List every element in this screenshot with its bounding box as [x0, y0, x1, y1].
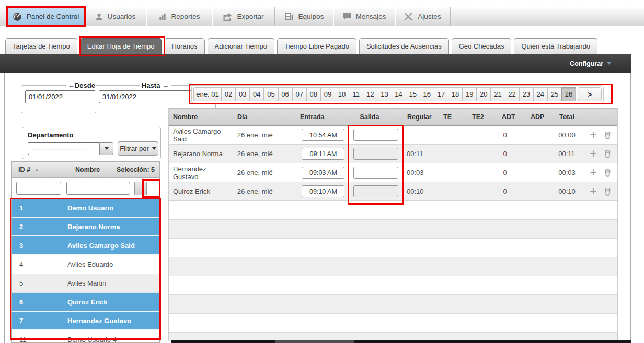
- tab-horarios[interactable]: Horarios: [164, 38, 204, 54]
- employee-row-3[interactable]: 3Aviles Camargo Said: [12, 236, 159, 255]
- day-button-10[interactable]: 10: [335, 87, 349, 101]
- employee-row-5[interactable]: 5Aviles Martin: [12, 274, 159, 293]
- day-button-03[interactable]: 03: [235, 87, 250, 101]
- day-button-04[interactable]: 04: [249, 87, 264, 101]
- column-header-te: TE: [442, 113, 471, 121]
- day-button-16[interactable]: 16: [420, 87, 434, 101]
- day-button-15[interactable]: 15: [406, 87, 420, 101]
- tab-geo-checadas[interactable]: Geo Checadas: [452, 38, 512, 54]
- day-button-19[interactable]: 19: [462, 87, 477, 101]
- day-button-09[interactable]: 09: [320, 87, 335, 101]
- tab-qui-n-est-trabajando[interactable]: Quién está Trabajando: [514, 38, 597, 54]
- department-input[interactable]: [28, 142, 99, 155]
- next-day-button[interactable]: >: [578, 87, 602, 101]
- day-button-06[interactable]: 06: [278, 87, 293, 101]
- empty-row: [169, 333, 617, 341]
- tools-icon: [404, 13, 413, 21]
- cell-salida: [345, 167, 402, 179]
- configure-label: Configurar: [570, 60, 603, 67]
- day-button-20[interactable]: 20: [476, 87, 491, 101]
- filter-by-button[interactable]: Filtrar por: [118, 141, 158, 156]
- nav-item-mensajes[interactable]: Mensajes: [334, 7, 395, 26]
- entrada-input[interactable]: [302, 185, 344, 197]
- day-button-21[interactable]: 21: [490, 87, 505, 101]
- nav-item-reportes[interactable]: Reportes: [146, 7, 212, 26]
- trash-icon[interactable]: [604, 131, 612, 139]
- salida-input[interactable]: [353, 148, 398, 160]
- day-button-26[interactable]: 26: [561, 87, 576, 101]
- top-navigation: Panel de ControlUsuariosReportesExportar…: [0, 7, 644, 26]
- employee-row-6[interactable]: 6Quiroz Erick: [12, 293, 159, 312]
- salida-input[interactable]: [353, 129, 398, 141]
- nav-item-label: Equipos: [298, 13, 324, 20]
- day-button-14[interactable]: 14: [392, 87, 406, 101]
- cell-nombre: Bejarano Norma: [169, 150, 233, 158]
- id-column-header[interactable]: ID #: [12, 166, 30, 173]
- nav-item-ajustes[interactable]: Ajustes: [395, 7, 451, 26]
- day-button-12[interactable]: 12: [363, 87, 377, 101]
- cell-entrada: [295, 129, 345, 141]
- day-selector-strip: ene. 01020304050607080910111213141516171…: [191, 85, 604, 103]
- row-actions: +: [586, 167, 617, 178]
- plus-icon[interactable]: +: [590, 148, 596, 159]
- empty-rows-area: [169, 201, 617, 341]
- row-actions: +: [586, 148, 617, 159]
- column-header-entrada: Entrada: [296, 113, 346, 121]
- chevron-down-icon: [607, 62, 611, 67]
- day-button-02[interactable]: 02: [221, 87, 236, 101]
- plus-icon[interactable]: +: [590, 167, 596, 178]
- clear-filter-button[interactable]: [134, 182, 147, 195]
- nav-item-usuarios[interactable]: Usuarios: [85, 7, 146, 26]
- id-filter-input[interactable]: [16, 182, 61, 195]
- entrada-input[interactable]: [302, 129, 344, 141]
- cell-d-a: 26 ene, mié: [233, 169, 296, 176]
- cell-regular: 00:10: [402, 187, 442, 195]
- day-button-11[interactable]: 11: [349, 87, 363, 101]
- day-button-08[interactable]: 08: [306, 87, 321, 101]
- trash-icon[interactable]: [604, 150, 612, 158]
- sort-ascending-icon: ▲: [34, 167, 39, 172]
- nav-item-panel-de-control[interactable]: Panel de Control: [7, 7, 85, 26]
- plus-icon[interactable]: +: [590, 129, 596, 140]
- employee-row-4[interactable]: 4Aviles Eduardo: [12, 255, 159, 274]
- configure-menu[interactable]: Configurar: [570, 60, 611, 67]
- tab-editar-hoja-de-tiempo[interactable]: Editar Hoja de Tiempo: [80, 38, 162, 54]
- employee-id: 2: [12, 223, 67, 231]
- day-button-22[interactable]: 22: [505, 87, 520, 101]
- day-button-ene-01[interactable]: ene. 01: [193, 87, 222, 101]
- department-dropdown-button[interactable]: [99, 142, 113, 155]
- tab-solicitudes-de-ausencias[interactable]: Solicitudes de Ausencias: [359, 38, 449, 54]
- cell-nombre: Hernandez Gustavo: [169, 165, 233, 181]
- column-header-nombre: Nombre: [169, 113, 233, 121]
- entrada-input[interactable]: [302, 167, 344, 179]
- tab-adicionar-tiempo[interactable]: Adicionar Tiempo: [208, 38, 274, 54]
- employee-id: 5: [12, 279, 67, 287]
- day-button-24[interactable]: 24: [533, 87, 548, 101]
- employee-row-1[interactable]: 1Demo Usuario: [12, 199, 159, 218]
- day-button-23[interactable]: 23: [519, 87, 534, 101]
- nav-item-exportar[interactable]: Exportar: [212, 7, 275, 26]
- entrada-input[interactable]: [302, 148, 344, 160]
- trash-icon[interactable]: [604, 169, 612, 177]
- day-button-07[interactable]: 07: [292, 87, 307, 101]
- name-filter-input[interactable]: [66, 182, 130, 195]
- tab-tarjetas-de-tiempo[interactable]: Tarjetas de Tiempo: [5, 38, 77, 54]
- trash-icon[interactable]: [604, 187, 612, 196]
- employee-row-11[interactable]: 11Demo Usuario 4: [12, 330, 159, 343]
- name-column-header[interactable]: Nombre: [75, 166, 100, 173]
- day-button-17[interactable]: 17: [434, 87, 448, 101]
- salida-input[interactable]: [353, 185, 398, 197]
- tab-tiempo-libre-pagado[interactable]: Tiempo Libre Pagado: [277, 38, 356, 54]
- day-button-18[interactable]: 18: [448, 87, 463, 101]
- salida-input[interactable]: [353, 167, 398, 179]
- plus-icon[interactable]: +: [590, 186, 596, 197]
- horizontal-scrollbar[interactable]: [171, 340, 631, 343]
- cell-entrada: [295, 148, 345, 160]
- employee-row-7[interactable]: 7Hernandez Gustavo: [12, 312, 159, 330]
- day-button-05[interactable]: 05: [263, 87, 278, 101]
- date-to-input[interactable]: [99, 90, 198, 103]
- employee-row-2[interactable]: 2Bejarano Norma: [12, 218, 159, 236]
- day-button-25[interactable]: 25: [547, 87, 562, 101]
- nav-item-equipos[interactable]: Equipos: [275, 7, 334, 26]
- day-button-13[interactable]: 13: [377, 87, 392, 101]
